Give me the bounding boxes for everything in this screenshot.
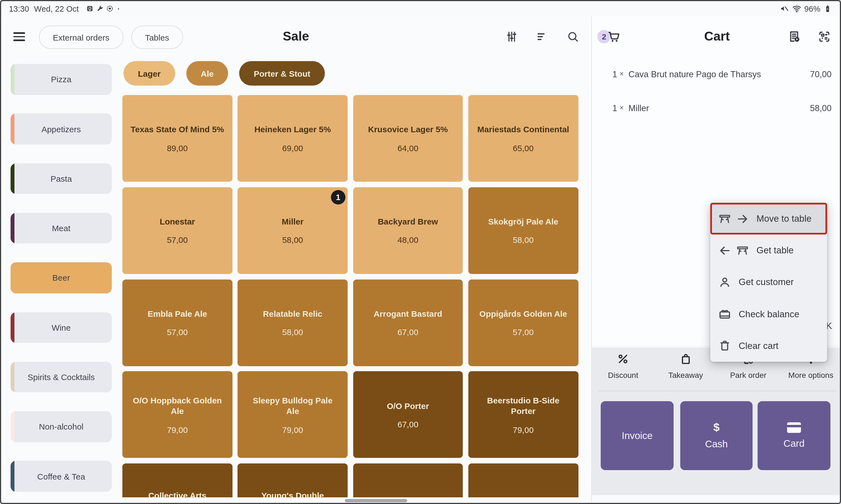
- pay-button-label: Cash: [705, 438, 728, 450]
- menu-item-get-table[interactable]: Get table: [710, 234, 827, 266]
- clock-app-icon: [86, 5, 93, 12]
- menu-item-get-customer[interactable]: Get customer: [710, 267, 827, 298]
- sidebar-item-pasta[interactable]: Pasta: [11, 163, 112, 194]
- product-name: Texas State Of Mind 5%: [131, 124, 224, 135]
- pay-button-cash[interactable]: $ Cash: [680, 401, 753, 470]
- table-icon: [736, 244, 749, 257]
- receipt-add-icon[interactable]: [788, 30, 801, 43]
- search-icon[interactable]: [566, 30, 580, 43]
- app-frame: 13:30 Wed, 22 Oct 96% External ordersTab…: [0, 0, 841, 504]
- action-label: Discount: [608, 371, 638, 379]
- action-discount[interactable]: Discount: [592, 352, 654, 379]
- category-color-stripe: [11, 64, 15, 95]
- product-name: Skokgröj Pale Ale: [488, 216, 558, 227]
- menu-item-label: Check balance: [739, 309, 799, 319]
- cart-item-price: 70,00: [810, 70, 831, 79]
- product-tile[interactable]: [353, 464, 463, 503]
- sidebar-item-spirits-cocktails[interactable]: Spirits & Cocktails: [11, 362, 112, 393]
- bag-icon: [679, 352, 692, 366]
- trash-icon: [718, 339, 732, 353]
- category-color-stripe: [11, 411, 15, 442]
- action-takeaway[interactable]: Takeaway: [654, 352, 717, 379]
- product-tile[interactable]: [468, 464, 578, 503]
- product-price: 67,00: [397, 327, 418, 337]
- product-tile[interactable]: 1 Miller 58,00: [238, 187, 348, 274]
- sidebar-item-non-alcohol[interactable]: Non-alcohol: [11, 411, 112, 442]
- category-color-stripe: [11, 163, 15, 194]
- battery-icon: [823, 4, 832, 13]
- cart-icon[interactable]: [607, 30, 621, 43]
- product-price: 79,00: [282, 425, 303, 434]
- nav-button-external-orders[interactable]: External orders: [39, 25, 123, 49]
- sale-pane: External ordersTables Sale LagerAlePorte…: [1, 16, 591, 503]
- menu-icon[interactable]: [13, 32, 25, 41]
- volume-muted-icon: [780, 4, 789, 13]
- qr-scan-icon[interactable]: [818, 30, 831, 43]
- table-icon: [718, 212, 732, 225]
- filter-chip-porter-stout[interactable]: Porter & Stout: [239, 61, 325, 86]
- product-name: Lonestar: [160, 216, 195, 227]
- product-tile[interactable]: Krusovice Lager 5% 64,00: [353, 95, 463, 182]
- tune-icon[interactable]: [505, 30, 518, 43]
- product-tile[interactable]: Texas State Of Mind 5% 89,00: [122, 95, 232, 182]
- times-symbol: ×: [620, 104, 624, 112]
- product-tile[interactable]: Embla Pale Ale 57,00: [122, 279, 232, 366]
- menu-item-move-to-table[interactable]: Move to table: [710, 203, 827, 234]
- cart-item-name: Miller: [626, 103, 649, 113]
- product-name: O/O Porter: [387, 401, 429, 411]
- product-tile[interactable]: O/O Hoppback Golden Ale 79,00: [122, 372, 232, 458]
- product-tile[interactable]: Beerstudio B-Side Porter 79,00: [468, 372, 578, 458]
- product-tile[interactable]: Lonestar 57,00: [122, 187, 232, 274]
- sidebar-item-coffee-tea[interactable]: Coffee & Tea: [11, 461, 112, 492]
- sidebar-item-pizza[interactable]: Pizza: [11, 64, 112, 95]
- product-tile[interactable]: Sleepy Bulldog Pale Ale 79,00: [238, 372, 348, 458]
- product-name: Beerstudio B-Side Porter: [476, 395, 570, 416]
- sidebar-item-wine[interactable]: Wine: [11, 312, 112, 343]
- product-grid: Texas State Of Mind 5% 89,00 Heineken La…: [122, 95, 579, 503]
- cart-title: Cart: [661, 29, 773, 44]
- filter-chip-ale[interactable]: Ale: [186, 61, 228, 86]
- product-name: Relatable Relic: [263, 308, 322, 319]
- product-price: 65,00: [513, 143, 534, 152]
- action-separator: [597, 391, 837, 391]
- sort-icon[interactable]: [536, 30, 549, 43]
- cart-item-row[interactable]: 1 × Miller 58,00: [613, 98, 831, 119]
- filter-chip-lager[interactable]: Lager: [123, 61, 175, 86]
- cart-tools: [788, 30, 831, 43]
- sync-heart-icon: [106, 5, 113, 12]
- cart-item-price: 58,00: [810, 103, 831, 113]
- battery-percent: 96%: [804, 4, 820, 13]
- sidebar-item-label: Wine: [52, 323, 71, 332]
- product-tile[interactable]: Oppigårds Golden Ale 57,00: [468, 279, 578, 366]
- menu-item-clear-cart[interactable]: Clear cart: [710, 330, 827, 362]
- status-bar: 13:30 Wed, 22 Oct 96%: [1, 1, 840, 16]
- nav-button-tables[interactable]: Tables: [131, 25, 183, 49]
- pay-button-card[interactable]: Card: [758, 401, 830, 470]
- product-tile[interactable]: Skokgröj Pale Ale 58,00: [468, 187, 578, 274]
- product-name: Heineken Lager 5%: [255, 124, 331, 135]
- product-name: Mariestads Continental: [477, 124, 569, 135]
- product-tile[interactable]: Collective Arts: [122, 464, 232, 503]
- category-color-stripe: [11, 312, 15, 343]
- product-name: Sleepy Bulldog Pale Ale: [245, 395, 340, 416]
- pay-button-invoice[interactable]: Invoice: [601, 401, 673, 470]
- menu-item-check-balance[interactable]: Check balance: [710, 298, 827, 330]
- grid-scrollbar[interactable]: [345, 499, 407, 502]
- sidebar-item-meat[interactable]: Meat: [11, 213, 112, 244]
- product-tile[interactable]: Arrogant Bastard 67,00: [353, 279, 463, 366]
- wifi-icon: [792, 4, 802, 13]
- product-tile[interactable]: O/O Porter 67,00: [353, 372, 463, 458]
- product-tile[interactable]: Relatable Relic 58,00: [238, 279, 348, 366]
- category-color-stripe: [11, 461, 15, 492]
- product-tile[interactable]: Backyard Brew 48,00: [353, 187, 463, 274]
- product-tile[interactable]: Mariestads Continental 65,00: [468, 95, 578, 182]
- sidebar-item-label: Pasta: [51, 174, 72, 183]
- sidebar-item-beer[interactable]: Beer: [11, 262, 112, 293]
- action-label: More options: [788, 371, 834, 379]
- product-tile[interactable]: Young's Double: [238, 464, 348, 503]
- sidebar-item-appetizers[interactable]: Appetizers: [11, 114, 112, 144]
- cart-item-row[interactable]: 1 × Cava Brut nature Pago de Tharsys 70,…: [613, 65, 831, 85]
- dollar-icon: $: [713, 421, 719, 434]
- cart-item-label: 1 × Cava Brut nature Pago de Tharsys: [613, 70, 761, 79]
- product-tile[interactable]: Heineken Lager 5% 69,00: [238, 95, 348, 182]
